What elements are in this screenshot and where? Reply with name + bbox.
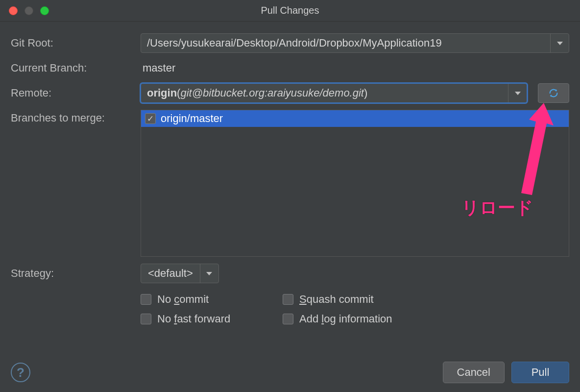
git-root-label: Git Root: [11, 35, 141, 51]
branch-label: origin/master [161, 112, 223, 125]
squash-commit-checkbox[interactable]: Squash commit [283, 293, 392, 306]
titlebar: Pull Changes [0, 0, 580, 22]
git-root-dropdown-button[interactable] [550, 34, 569, 52]
pull-button-label: Pull [532, 366, 550, 379]
help-button[interactable]: ? [11, 363, 30, 382]
chevron-down-icon [557, 42, 563, 45]
checkbox-icon [283, 314, 293, 324]
branches-list[interactable]: origin/master [141, 110, 569, 257]
remote-value: origin(git@bitbucket.org:araiyusuke/demo… [141, 87, 508, 99]
strategy-value: <default> [141, 267, 200, 280]
strategy-combobox[interactable]: <default> [141, 264, 219, 283]
window-title: Pull Changes [0, 5, 580, 16]
branch-list-item[interactable]: origin/master [141, 110, 569, 127]
add-log-info-label: Add log information [299, 313, 392, 325]
chevron-down-icon [206, 272, 212, 275]
no-fast-forward-checkbox[interactable]: No fast forward [141, 313, 268, 325]
squash-commit-label: Squash commit [299, 293, 374, 306]
remote-name: origin [147, 87, 177, 99]
no-commit-label: No commit [157, 293, 209, 306]
dialog-content: Git Root: /Users/yusukearai/Desktop/Andr… [0, 22, 580, 342]
remote-label: Remote: [11, 85, 141, 101]
remote-dropdown-button[interactable] [508, 84, 527, 102]
cancel-button-label: Cancel [457, 366, 490, 379]
git-root-combobox[interactable]: /Users/yusukearai/Desktop/Android/Dropbo… [141, 33, 569, 53]
no-fast-forward-label: No fast forward [157, 313, 230, 325]
dialog-footer: ? Cancel Pull [11, 362, 569, 383]
options-grid: No commit Squash commit No fast forward … [141, 293, 392, 325]
branch-checkbox[interactable] [145, 113, 156, 124]
help-icon: ? [17, 365, 24, 380]
checkbox-icon [141, 294, 151, 305]
current-branch-label: Current Branch: [11, 60, 141, 76]
remote-url: git@bitbucket.org:araiyusuke/demo.git [180, 87, 364, 99]
branches-to-merge-label: Branches to merge: [11, 110, 141, 126]
checkbox-icon [141, 314, 151, 324]
strategy-dropdown-button[interactable] [200, 264, 218, 283]
cancel-button[interactable]: Cancel [443, 362, 505, 383]
strategy-label: Strategy: [11, 265, 141, 282]
chevron-down-icon [515, 92, 521, 95]
no-commit-checkbox[interactable]: No commit [141, 293, 268, 306]
refresh-icon [548, 88, 559, 98]
checkbox-icon [283, 294, 293, 305]
remote-combobox[interactable]: origin(git@bitbucket.org:araiyusuke/demo… [141, 83, 527, 103]
pull-button[interactable]: Pull [511, 362, 569, 383]
refresh-button[interactable] [538, 83, 569, 103]
current-branch-value: master [141, 62, 175, 74]
add-log-info-checkbox[interactable]: Add log information [283, 313, 392, 325]
annotation-label: リロード [461, 196, 533, 220]
git-root-value: /Users/yusukearai/Desktop/Android/Dropbo… [141, 37, 550, 49]
